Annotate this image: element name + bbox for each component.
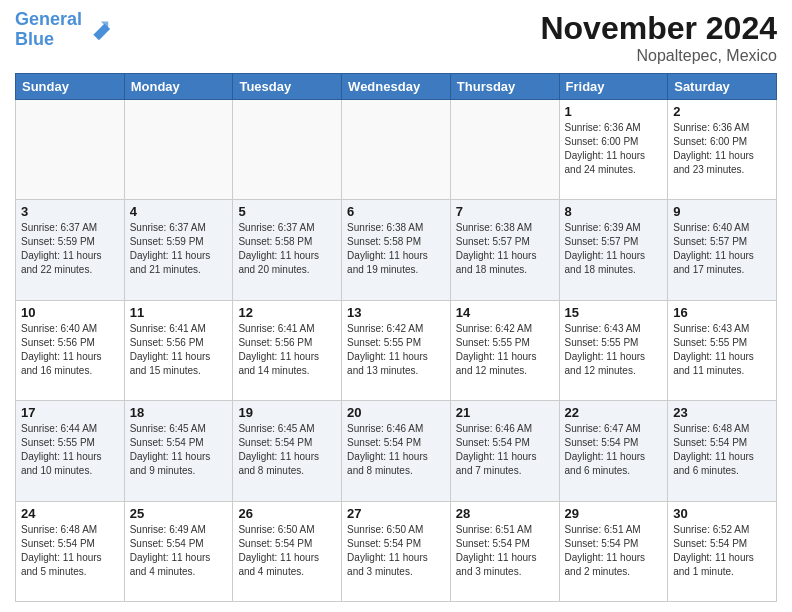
calendar-cell: 28Sunrise: 6:51 AM Sunset: 5:54 PM Dayli…: [450, 501, 559, 601]
calendar-cell: 15Sunrise: 6:43 AM Sunset: 5:55 PM Dayli…: [559, 300, 668, 400]
day-info: Sunrise: 6:38 AM Sunset: 5:58 PM Dayligh…: [347, 221, 445, 277]
day-info: Sunrise: 6:46 AM Sunset: 5:54 PM Dayligh…: [456, 422, 554, 478]
day-number: 4: [130, 204, 228, 219]
day-number: 21: [456, 405, 554, 420]
calendar-cell: 13Sunrise: 6:42 AM Sunset: 5:55 PM Dayli…: [342, 300, 451, 400]
day-number: 23: [673, 405, 771, 420]
calendar-cell: 3Sunrise: 6:37 AM Sunset: 5:59 PM Daylig…: [16, 200, 125, 300]
day-info: Sunrise: 6:48 AM Sunset: 5:54 PM Dayligh…: [673, 422, 771, 478]
calendar-cell: 10Sunrise: 6:40 AM Sunset: 5:56 PM Dayli…: [16, 300, 125, 400]
calendar-cell: 25Sunrise: 6:49 AM Sunset: 5:54 PM Dayli…: [124, 501, 233, 601]
calendar-cell: 14Sunrise: 6:42 AM Sunset: 5:55 PM Dayli…: [450, 300, 559, 400]
day-number: 3: [21, 204, 119, 219]
day-number: 25: [130, 506, 228, 521]
calendar-cell: 20Sunrise: 6:46 AM Sunset: 5:54 PM Dayli…: [342, 401, 451, 501]
day-info: Sunrise: 6:37 AM Sunset: 5:58 PM Dayligh…: [238, 221, 336, 277]
weekday-header-friday: Friday: [559, 74, 668, 100]
day-number: 20: [347, 405, 445, 420]
day-number: 10: [21, 305, 119, 320]
calendar-cell: [124, 100, 233, 200]
weekday-header-thursday: Thursday: [450, 74, 559, 100]
day-info: Sunrise: 6:38 AM Sunset: 5:57 PM Dayligh…: [456, 221, 554, 277]
logo: GeneralBlue: [15, 10, 112, 50]
day-info: Sunrise: 6:42 AM Sunset: 5:55 PM Dayligh…: [456, 322, 554, 378]
calendar-week-row: 1Sunrise: 6:36 AM Sunset: 6:00 PM Daylig…: [16, 100, 777, 200]
day-number: 19: [238, 405, 336, 420]
day-info: Sunrise: 6:47 AM Sunset: 5:54 PM Dayligh…: [565, 422, 663, 478]
calendar-week-row: 17Sunrise: 6:44 AM Sunset: 5:55 PM Dayli…: [16, 401, 777, 501]
day-number: 7: [456, 204, 554, 219]
day-number: 30: [673, 506, 771, 521]
calendar-cell: [450, 100, 559, 200]
day-number: 27: [347, 506, 445, 521]
month-title: November 2024: [540, 10, 777, 47]
weekday-header-monday: Monday: [124, 74, 233, 100]
day-info: Sunrise: 6:43 AM Sunset: 5:55 PM Dayligh…: [565, 322, 663, 378]
calendar-cell: 8Sunrise: 6:39 AM Sunset: 5:57 PM Daylig…: [559, 200, 668, 300]
logo-text: GeneralBlue: [15, 10, 82, 50]
location: Nopaltepec, Mexico: [540, 47, 777, 65]
calendar-cell: 29Sunrise: 6:51 AM Sunset: 5:54 PM Dayli…: [559, 501, 668, 601]
calendar-cell: 7Sunrise: 6:38 AM Sunset: 5:57 PM Daylig…: [450, 200, 559, 300]
day-info: Sunrise: 6:37 AM Sunset: 5:59 PM Dayligh…: [21, 221, 119, 277]
logo-icon: [84, 16, 112, 44]
weekday-header-wednesday: Wednesday: [342, 74, 451, 100]
day-info: Sunrise: 6:40 AM Sunset: 5:57 PM Dayligh…: [673, 221, 771, 277]
day-info: Sunrise: 6:36 AM Sunset: 6:00 PM Dayligh…: [565, 121, 663, 177]
day-number: 15: [565, 305, 663, 320]
calendar-week-row: 24Sunrise: 6:48 AM Sunset: 5:54 PM Dayli…: [16, 501, 777, 601]
weekday-header-saturday: Saturday: [668, 74, 777, 100]
calendar-cell: 18Sunrise: 6:45 AM Sunset: 5:54 PM Dayli…: [124, 401, 233, 501]
day-info: Sunrise: 6:51 AM Sunset: 5:54 PM Dayligh…: [456, 523, 554, 579]
day-info: Sunrise: 6:50 AM Sunset: 5:54 PM Dayligh…: [238, 523, 336, 579]
weekday-header-row: SundayMondayTuesdayWednesdayThursdayFrid…: [16, 74, 777, 100]
day-number: 12: [238, 305, 336, 320]
calendar-cell: 11Sunrise: 6:41 AM Sunset: 5:56 PM Dayli…: [124, 300, 233, 400]
day-info: Sunrise: 6:45 AM Sunset: 5:54 PM Dayligh…: [238, 422, 336, 478]
day-info: Sunrise: 6:52 AM Sunset: 5:54 PM Dayligh…: [673, 523, 771, 579]
header: GeneralBlue November 2024 Nopaltepec, Me…: [15, 10, 777, 65]
calendar-week-row: 3Sunrise: 6:37 AM Sunset: 5:59 PM Daylig…: [16, 200, 777, 300]
day-info: Sunrise: 6:45 AM Sunset: 5:54 PM Dayligh…: [130, 422, 228, 478]
day-number: 1: [565, 104, 663, 119]
day-number: 26: [238, 506, 336, 521]
calendar-cell: 5Sunrise: 6:37 AM Sunset: 5:58 PM Daylig…: [233, 200, 342, 300]
day-number: 8: [565, 204, 663, 219]
day-number: 29: [565, 506, 663, 521]
day-info: Sunrise: 6:44 AM Sunset: 5:55 PM Dayligh…: [21, 422, 119, 478]
calendar-cell: 16Sunrise: 6:43 AM Sunset: 5:55 PM Dayli…: [668, 300, 777, 400]
day-number: 14: [456, 305, 554, 320]
day-number: 13: [347, 305, 445, 320]
calendar-cell: 12Sunrise: 6:41 AM Sunset: 5:56 PM Dayli…: [233, 300, 342, 400]
calendar-cell: 17Sunrise: 6:44 AM Sunset: 5:55 PM Dayli…: [16, 401, 125, 501]
day-number: 16: [673, 305, 771, 320]
day-info: Sunrise: 6:49 AM Sunset: 5:54 PM Dayligh…: [130, 523, 228, 579]
day-info: Sunrise: 6:41 AM Sunset: 5:56 PM Dayligh…: [130, 322, 228, 378]
calendar-cell: 21Sunrise: 6:46 AM Sunset: 5:54 PM Dayli…: [450, 401, 559, 501]
calendar-cell: 2Sunrise: 6:36 AM Sunset: 6:00 PM Daylig…: [668, 100, 777, 200]
day-info: Sunrise: 6:37 AM Sunset: 5:59 PM Dayligh…: [130, 221, 228, 277]
day-number: 22: [565, 405, 663, 420]
calendar-cell: 1Sunrise: 6:36 AM Sunset: 6:00 PM Daylig…: [559, 100, 668, 200]
day-number: 18: [130, 405, 228, 420]
day-number: 2: [673, 104, 771, 119]
day-info: Sunrise: 6:51 AM Sunset: 5:54 PM Dayligh…: [565, 523, 663, 579]
day-info: Sunrise: 6:42 AM Sunset: 5:55 PM Dayligh…: [347, 322, 445, 378]
day-number: 11: [130, 305, 228, 320]
title-block: November 2024 Nopaltepec, Mexico: [540, 10, 777, 65]
calendar-cell: 27Sunrise: 6:50 AM Sunset: 5:54 PM Dayli…: [342, 501, 451, 601]
calendar-cell: 9Sunrise: 6:40 AM Sunset: 5:57 PM Daylig…: [668, 200, 777, 300]
calendar-cell: 30Sunrise: 6:52 AM Sunset: 5:54 PM Dayli…: [668, 501, 777, 601]
calendar-cell: 4Sunrise: 6:37 AM Sunset: 5:59 PM Daylig…: [124, 200, 233, 300]
calendar-table: SundayMondayTuesdayWednesdayThursdayFrid…: [15, 73, 777, 602]
calendar-cell: [16, 100, 125, 200]
day-info: Sunrise: 6:40 AM Sunset: 5:56 PM Dayligh…: [21, 322, 119, 378]
day-info: Sunrise: 6:48 AM Sunset: 5:54 PM Dayligh…: [21, 523, 119, 579]
day-number: 5: [238, 204, 336, 219]
calendar-cell: 6Sunrise: 6:38 AM Sunset: 5:58 PM Daylig…: [342, 200, 451, 300]
calendar-cell: 24Sunrise: 6:48 AM Sunset: 5:54 PM Dayli…: [16, 501, 125, 601]
weekday-header-sunday: Sunday: [16, 74, 125, 100]
day-number: 6: [347, 204, 445, 219]
day-info: Sunrise: 6:43 AM Sunset: 5:55 PM Dayligh…: [673, 322, 771, 378]
calendar-cell: 22Sunrise: 6:47 AM Sunset: 5:54 PM Dayli…: [559, 401, 668, 501]
